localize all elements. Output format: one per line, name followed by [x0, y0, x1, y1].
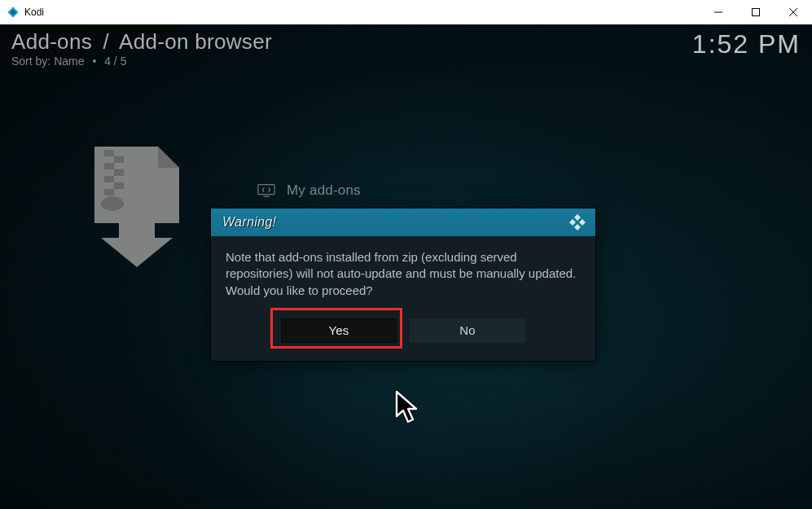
warning-dialog: Warning! Note that add-ons installed fro…	[211, 208, 595, 361]
svg-rect-0	[753, 9, 760, 16]
window-titlebar: Kodi	[0, 0, 812, 24]
yes-button[interactable]: Yes	[281, 318, 397, 343]
kodi-logo-icon	[568, 213, 587, 232]
kodi-logo-icon	[7, 6, 20, 19]
window-title: Kodi	[24, 7, 44, 18]
window-close-button[interactable]	[775, 0, 812, 24]
dialog-footer: Yes No	[211, 305, 595, 361]
kodi-viewport: Add-ons / Add-on browser Sort by: Name •…	[0, 24, 812, 509]
dialog-title: Warning!	[222, 215, 276, 230]
mouse-cursor-icon	[393, 389, 424, 427]
window-maximize-button[interactable]	[737, 0, 775, 24]
no-button[interactable]: No	[410, 318, 525, 343]
dialog-body: Note that add-ons installed from zip (ex…	[211, 236, 595, 305]
window-minimize-button[interactable]	[700, 0, 737, 24]
